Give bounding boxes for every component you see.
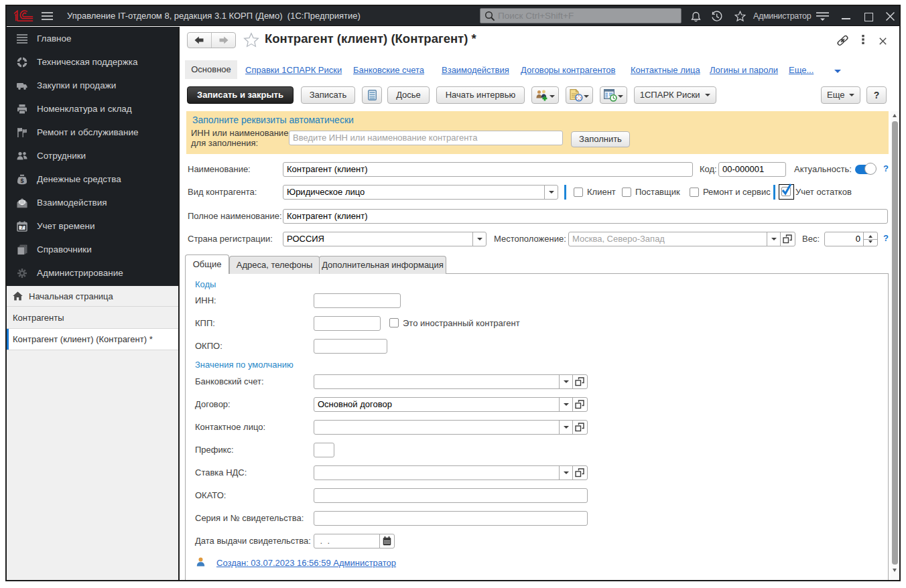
svg-text:7: 7 [21, 224, 23, 230]
svg-text:$: $ [20, 177, 23, 184]
